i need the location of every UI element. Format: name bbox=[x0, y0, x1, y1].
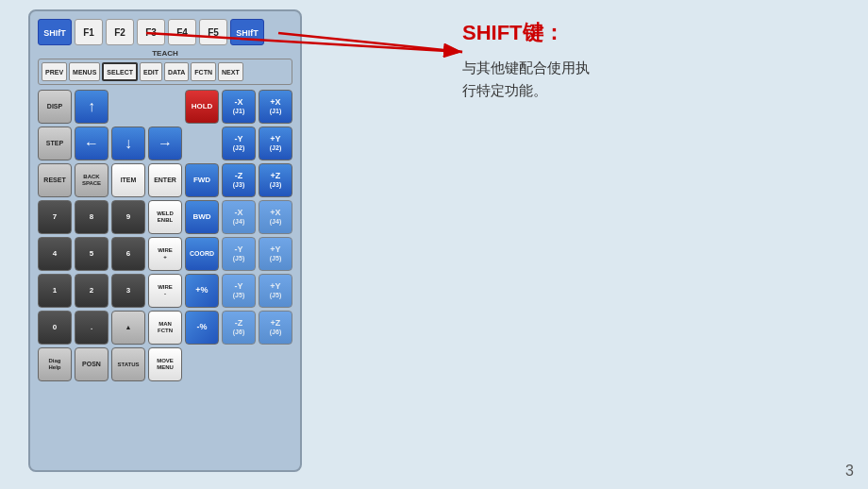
reset-button[interactable]: RESET bbox=[38, 163, 72, 197]
dot-button[interactable]: . bbox=[75, 311, 108, 345]
wire-minus-button[interactable]: WIRE- bbox=[148, 274, 182, 308]
num6-button[interactable]: 6 bbox=[111, 237, 145, 271]
backspace-button[interactable]: BACK SPACE bbox=[75, 163, 108, 197]
num2-button[interactable]: 2 bbox=[75, 274, 108, 308]
prev-button[interactable]: PREV bbox=[42, 62, 67, 81]
f3-button[interactable]: F3 bbox=[137, 19, 165, 45]
enter-button[interactable]: ENTER bbox=[148, 163, 182, 197]
disp-button[interactable]: DISP bbox=[38, 90, 72, 124]
top-function-row: SHIfT F1 F2 F3 F4 F5 SHIfT bbox=[38, 19, 292, 45]
edit-button[interactable]: EDIT bbox=[140, 62, 162, 81]
num3-button[interactable]: 3 bbox=[111, 274, 145, 308]
coord-button[interactable]: COORD bbox=[185, 237, 219, 271]
wire-plus-button[interactable]: WIRE+ bbox=[148, 237, 182, 271]
minus-x-j1-button[interactable]: -X(J1) bbox=[222, 90, 256, 124]
shift-description: 与其他键配合使用执行特定功能。 bbox=[462, 57, 590, 102]
num8-button[interactable]: 8 bbox=[75, 200, 108, 234]
main-keyboard-area: DISP ↑ HOLD -X(J1) +X(J1) STEP ← ↓ → -Y(… bbox=[38, 90, 292, 381]
minus-y-j2-button[interactable]: -Y(J2) bbox=[222, 126, 256, 160]
bwd-button[interactable]: BWD bbox=[185, 200, 219, 234]
posn-button[interactable]: POSN bbox=[75, 347, 108, 381]
num0-button[interactable]: 0 bbox=[38, 311, 72, 345]
fctn-button[interactable]: FCTN bbox=[191, 62, 216, 81]
annotation-section: SHIFT键： 与其他键配合使用执行特定功能。 bbox=[462, 19, 590, 102]
shift-title: SHIFT键： bbox=[462, 19, 590, 47]
plus-y-j5-button[interactable]: +Y(J5) bbox=[259, 237, 292, 271]
num5-button[interactable]: 5 bbox=[75, 237, 108, 271]
num4-button[interactable]: 4 bbox=[38, 237, 72, 271]
plus-z-j6-button[interactable]: +Z(J6) bbox=[259, 311, 292, 345]
teach-label: TEACH bbox=[38, 49, 292, 58]
fwd-button[interactable]: FWD bbox=[185, 163, 219, 197]
shift-left-button[interactable]: SHIfT bbox=[38, 19, 72, 45]
f4-button[interactable]: F4 bbox=[168, 19, 196, 45]
page-number: 3 bbox=[845, 463, 854, 480]
svg-line-2 bbox=[278, 33, 462, 52]
num9-button[interactable]: 9 bbox=[111, 200, 145, 234]
shift-right-button[interactable]: SHIfT bbox=[230, 19, 264, 45]
plus-z-j3-button[interactable]: +Z(J3) bbox=[259, 163, 292, 197]
up-arrow-button[interactable]: ↑ bbox=[75, 90, 108, 124]
minus-y-j5b-button[interactable]: -Y(J5) bbox=[222, 274, 256, 308]
keyboard-panel: SHIfT F1 F2 F3 F4 F5 SHIfT TEACH PREV ME… bbox=[28, 9, 302, 472]
step-button[interactable]: STEP bbox=[38, 126, 72, 160]
icon-button[interactable]: ▲ bbox=[111, 311, 145, 345]
minus-y-j5-button[interactable]: -Y(J5) bbox=[222, 237, 256, 271]
status-button[interactable]: STATUS bbox=[111, 347, 145, 381]
move-menu-button[interactable]: MOVEMENU bbox=[148, 347, 182, 381]
select-button[interactable]: SELECT bbox=[102, 62, 138, 81]
f2-button[interactable]: F2 bbox=[106, 19, 134, 45]
menu-row: PREV MENUS SELECT EDIT DATA FCTN NEXT bbox=[38, 59, 292, 85]
next-button[interactable]: NEXT bbox=[218, 62, 243, 81]
percent-minus-button[interactable]: -% bbox=[185, 311, 219, 345]
num7-button[interactable]: 7 bbox=[38, 200, 72, 234]
plus-y-j2-button[interactable]: +Y(J2) bbox=[259, 126, 292, 160]
plus-x-j4-button[interactable]: +X(J4) bbox=[259, 200, 292, 234]
num1-button[interactable]: 1 bbox=[38, 274, 72, 308]
right-arrow-button[interactable]: → bbox=[148, 126, 182, 160]
left-arrow-button[interactable]: ← bbox=[75, 126, 108, 160]
percent-plus-button[interactable]: +% bbox=[185, 274, 219, 308]
minus-z-j6-button[interactable]: -Z(J6) bbox=[222, 311, 256, 345]
minus-z-j3-button[interactable]: -Z(J3) bbox=[222, 163, 256, 197]
item-button[interactable]: ITEM bbox=[111, 163, 145, 197]
f5-button[interactable]: F5 bbox=[199, 19, 227, 45]
f1-button[interactable]: F1 bbox=[75, 19, 103, 45]
data-button[interactable]: DATA bbox=[164, 62, 189, 81]
menus-button[interactable]: MENUS bbox=[69, 62, 100, 81]
hold-button[interactable]: HOLD bbox=[185, 90, 219, 124]
plus-x-j1-button[interactable]: +X(J1) bbox=[259, 90, 292, 124]
plus-y-j5b-button[interactable]: +Y(J5) bbox=[259, 274, 292, 308]
down-arrow-button[interactable]: ↓ bbox=[111, 126, 145, 160]
diag-help-button[interactable]: DiagHelp bbox=[38, 347, 72, 381]
man-fctn-button[interactable]: MANFCTN bbox=[148, 311, 182, 345]
weld-enbl-button[interactable]: WELDENBL bbox=[148, 200, 182, 234]
minus-x-j4-button[interactable]: -X(J4) bbox=[222, 200, 256, 234]
